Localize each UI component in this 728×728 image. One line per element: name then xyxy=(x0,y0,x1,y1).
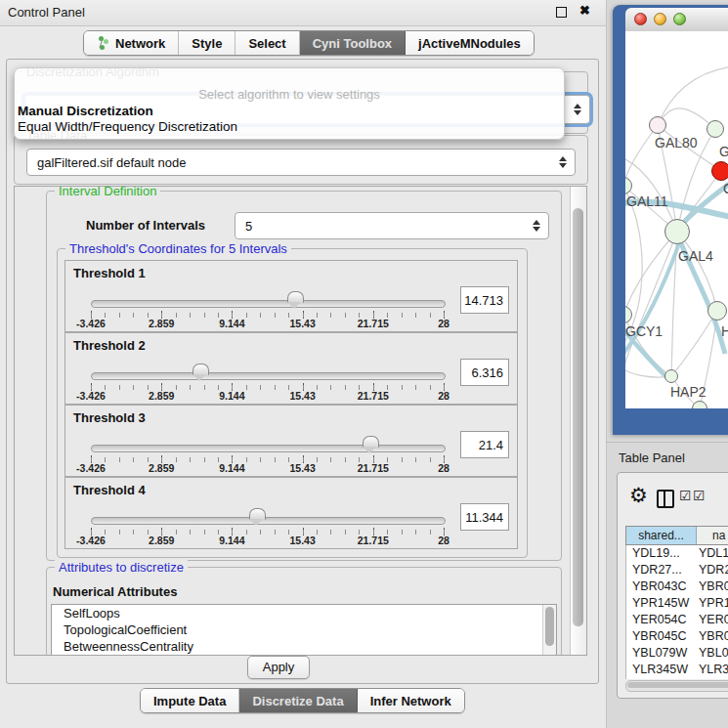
tick-label: 21.715 xyxy=(358,535,389,546)
cell-shared-name[interactable]: YBR043C xyxy=(626,578,697,595)
numerical-attributes-list[interactable]: SelfLoopsTopologicalCoefficientBetweenne… xyxy=(51,604,557,656)
algorithm-dropdown-popup: Select algorithm to view settings Manual… xyxy=(14,67,565,140)
table-header-row: shared... na xyxy=(625,526,728,545)
tab-infer-network[interactable]: Infer Network xyxy=(358,689,464,712)
table-row[interactable]: YBR043CYBR0 xyxy=(626,578,728,595)
table-row[interactable]: YPR145WYPR1 xyxy=(626,595,728,612)
interval-definition-group-label: Interval Definition xyxy=(55,186,160,198)
network-node[interactable] xyxy=(649,116,666,134)
network-node[interactable] xyxy=(707,120,724,138)
tab-label: jActiveMNodules xyxy=(418,36,521,51)
cell-name[interactable]: YDR2 xyxy=(697,562,728,578)
table-row[interactable]: YBL079WYBL0 xyxy=(626,645,728,662)
attribute-list-item[interactable]: TopologicalCoefficient xyxy=(52,621,556,638)
tick-label: 28 xyxy=(438,390,450,402)
vertical-scrollbar[interactable] xyxy=(570,187,586,655)
cell-name[interactable]: YPR1 xyxy=(697,595,728,612)
dropdown-item-equal-width-frequency[interactable]: Equal Width/Frequency Discretization xyxy=(18,119,555,134)
tab-label: Infer Network xyxy=(370,694,451,708)
cell-shared-name[interactable]: YLR345W xyxy=(626,662,697,678)
table-row[interactable]: YER054CYER0 xyxy=(626,612,728,628)
horizontal-scrollbar[interactable] xyxy=(625,680,728,692)
cell-shared-name[interactable]: YDL19... xyxy=(626,545,697,562)
close-traffic-light-icon[interactable] xyxy=(634,13,647,25)
threshold-value-field[interactable]: 21.4 xyxy=(460,431,509,458)
tab-cyni-toolbox[interactable]: Cyni Toolbox xyxy=(300,31,406,55)
tab-jactivemnodules[interactable]: jActiveMNodules xyxy=(406,31,534,55)
thresholds-group-label: Threshold's Coordinates for 5 Intervals xyxy=(65,241,291,256)
cell-name[interactable]: YBL0 xyxy=(697,645,728,662)
cell-name[interactable]: YDL1 xyxy=(697,545,728,562)
slider-track[interactable] xyxy=(91,445,446,452)
attribute-list-item[interactable]: SelfLoops xyxy=(52,605,556,621)
slider-knob[interactable] xyxy=(287,291,304,303)
columns-icon[interactable] xyxy=(657,490,674,508)
cell-shared-name[interactable]: YBL079W xyxy=(626,645,697,662)
network-node[interactable] xyxy=(711,161,728,181)
tick-label: 2.859 xyxy=(149,318,174,329)
cell-shared-name[interactable]: YER054C xyxy=(626,612,697,628)
column-header-name[interactable]: na xyxy=(697,527,728,544)
table-row[interactable]: YLR345WYLR3 xyxy=(626,662,728,678)
table-row[interactable]: YIL052CYIL0 xyxy=(626,678,728,679)
table-row[interactable]: YBR045CYBR0 xyxy=(626,628,728,645)
threshold-value-field[interactable]: 11.344 xyxy=(460,503,509,531)
tab-select[interactable]: Select xyxy=(236,31,299,55)
table-data-group: Table Data galFiltered.sif default node xyxy=(14,135,588,185)
node-label: GAL11 xyxy=(626,193,668,209)
cell-name[interactable]: YER0 xyxy=(697,612,728,628)
dropdown-item-manual-discretization[interactable]: Manual Discretization xyxy=(18,104,555,118)
table-row[interactable]: YDR27...YDR2 xyxy=(626,562,728,578)
tab-network[interactable]: Network xyxy=(84,31,179,55)
number-of-intervals-combo[interactable]: 5 xyxy=(235,212,549,239)
cell-shared-name[interactable]: YPR145W xyxy=(626,595,697,612)
slider-track[interactable] xyxy=(91,372,446,380)
tick-label: 15.43 xyxy=(289,318,315,329)
cell-name[interactable]: YBR0 xyxy=(697,578,728,595)
cell-name[interactable]: YIL0 xyxy=(697,678,728,679)
checkbox-select-icon[interactable]: ☑ xyxy=(679,488,692,503)
slider-knob[interactable] xyxy=(249,508,266,520)
tick-label: 15.43 xyxy=(289,462,315,474)
table-data-combo-value: galFiltered.sif default node xyxy=(37,155,186,170)
cell-shared-name[interactable]: YIL052C xyxy=(626,678,697,679)
slider-knob[interactable] xyxy=(363,436,379,448)
slider-knob[interactable] xyxy=(193,364,209,375)
vertical-scrollbar-thumb[interactable] xyxy=(573,208,583,626)
horizontal-scrollbar-thumb[interactable] xyxy=(627,682,728,688)
column-header-shared-name[interactable]: shared... xyxy=(626,527,697,544)
network-node[interactable] xyxy=(664,369,678,383)
slider-track[interactable] xyxy=(91,517,446,525)
tab-style[interactable]: Style xyxy=(179,31,236,55)
apply-button[interactable]: Apply xyxy=(247,656,310,679)
tick-label: 9.144 xyxy=(219,390,244,402)
zoom-traffic-light-icon[interactable] xyxy=(673,13,686,25)
table-data-combo[interactable]: galFiltered.sif default node xyxy=(26,149,576,176)
cell-shared-name[interactable]: YDR27... xyxy=(626,562,697,578)
checkbox-select-all-icon[interactable]: ☑ xyxy=(693,488,706,503)
attribute-list-item[interactable]: BetweennessCentrality xyxy=(52,638,556,655)
close-icon[interactable]: ✖ xyxy=(579,3,590,18)
cell-shared-name[interactable]: YBR045C xyxy=(626,628,697,645)
network-node[interactable] xyxy=(664,219,690,244)
gear-icon[interactable]: ⚙ xyxy=(629,485,648,505)
slider-track[interactable] xyxy=(91,300,446,308)
attributes-group-label: Attributes to discretize xyxy=(55,560,188,575)
tick-label: 28 xyxy=(438,462,450,474)
tab-impute-data[interactable]: Impute Data xyxy=(141,689,239,712)
table-row[interactable]: YDL19...YDL1 xyxy=(626,545,728,562)
tab-label: Network xyxy=(115,36,165,51)
minimize-traffic-light-icon[interactable] xyxy=(654,13,666,25)
threshold-value-field[interactable]: 14.713 xyxy=(460,286,509,314)
tab-discretize-data[interactable]: Discretize Data xyxy=(239,689,357,712)
cell-name[interactable]: YLR3 xyxy=(697,662,728,678)
tick-label: 15.43 xyxy=(289,390,315,402)
network-canvas[interactable]: GAL80GACGAL11GAL4GCY1HHAP2 xyxy=(625,31,728,408)
float-window-icon[interactable] xyxy=(556,7,567,18)
cell-name[interactable]: YBR0 xyxy=(697,628,728,645)
algorithm-placeholder: Select algorithm to view settings xyxy=(15,87,564,102)
node-label: HAP2 xyxy=(670,384,707,400)
tick-label: 2.859 xyxy=(149,390,174,402)
threshold-value-field[interactable]: 6.316 xyxy=(460,359,509,386)
network-node[interactable] xyxy=(707,301,727,321)
